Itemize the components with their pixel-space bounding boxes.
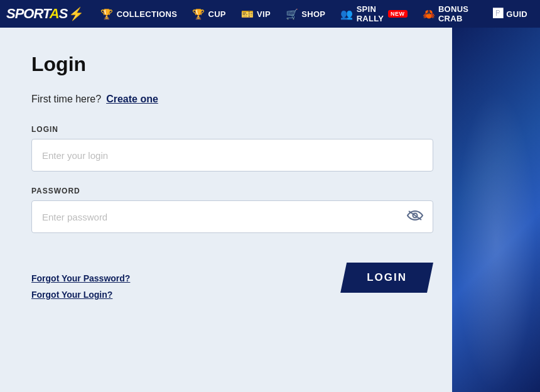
nav-item-shop[interactable]: 🛒 SHOP [279,4,332,24]
nav-item-guide[interactable]: 🅿 GUID [487,4,534,23]
login-input[interactable] [31,139,433,172]
cup-icon: 🏆 [192,8,205,20]
actions-row: Forgot Your Password? Forgot Your Login?… [31,256,433,300]
navbar: SPORTAS ⚡ 🏆 COLLECTIONS 🏆 CUP 🎫 VIP 🛒 SH… [0,0,540,28]
password-form-group: PASSWORD [31,187,421,233]
logo-text: SPORTAS [6,6,67,22]
logo[interactable]: SPORTAS ⚡ [6,6,84,22]
collections-icon: 🏆 [100,8,113,20]
right-panel [452,28,540,392]
nav-label-shop: SHOP [301,9,325,19]
toggle-password-icon[interactable] [407,210,423,224]
nav-item-collections[interactable]: 🏆 COLLECTIONS [94,4,183,24]
nav-label-spin-rally: SPIN RALLY [357,4,385,23]
login-button[interactable]: LOGIN [340,263,433,293]
create-one-link[interactable]: Create one [106,94,158,105]
forgot-login-link[interactable]: Forgot Your Login? [31,290,130,300]
logo-lightning-icon: ⚡ [68,6,84,21]
nav-label-bonus-crab: BONUS CRAB [438,4,478,23]
spin-rally-icon: 👥 [340,8,353,20]
right-figure-decoration [455,90,537,392]
forgot-password-link[interactable]: Forgot Your Password? [31,273,130,283]
login-form-group: LOGIN [31,125,421,172]
form-links: Forgot Your Password? Forgot Your Login? [31,273,130,300]
guide-icon: 🅿 [493,8,503,19]
left-panel: Login First time here? Create one LOGIN … [0,28,452,392]
page-title: Login [31,53,421,76]
vip-icon: 🎫 [241,8,254,20]
bonus-crab-icon: 🦀 [423,8,435,20]
nav-items: 🏆 COLLECTIONS 🏆 CUP 🎫 VIP 🛒 SHOP 👥 SPIN … [94,1,534,27]
nav-item-spin-rally[interactable]: 👥 SPIN RALLY NEW [334,1,413,27]
new-badge: NEW [388,10,408,18]
nav-item-cup[interactable]: 🏆 CUP [186,4,232,24]
nav-label-vip: VIP [257,9,271,19]
nav-label-guide: GUID [506,9,527,19]
first-time-row: First time here? Create one [31,94,421,105]
shop-icon: 🛒 [286,8,298,20]
first-time-text: First time here? [31,94,101,105]
main-layout: Login First time here? Create one LOGIN … [0,28,540,392]
password-input[interactable] [31,200,433,233]
nav-item-bonus-crab[interactable]: 🦀 BONUS CRAB [416,1,484,27]
nav-item-vip[interactable]: 🎫 VIP [235,4,277,24]
nav-label-collections: COLLECTIONS [117,9,177,19]
password-wrapper [31,200,433,233]
nav-label-cup: CUP [208,9,225,19]
right-background [452,28,540,392]
password-label: PASSWORD [31,187,421,195]
login-label: LOGIN [31,125,421,134]
